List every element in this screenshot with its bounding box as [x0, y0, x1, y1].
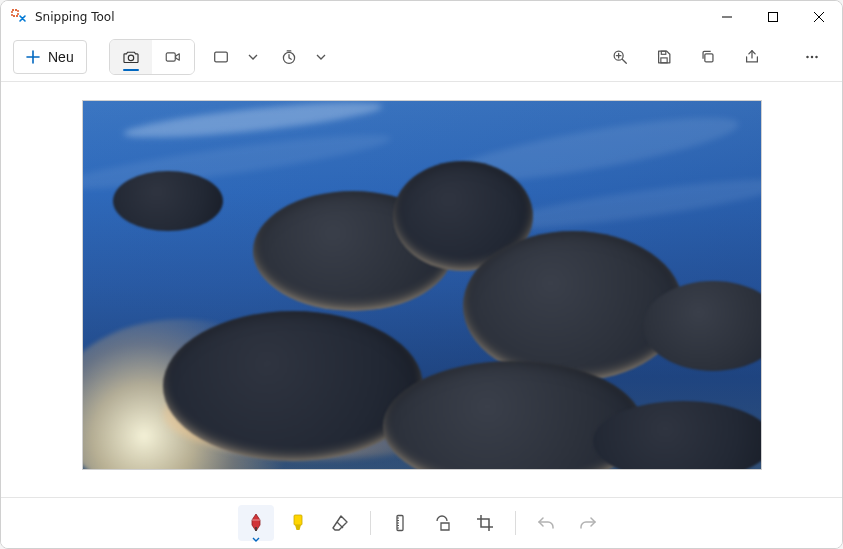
new-button-label: Neu — [48, 49, 74, 65]
snip-mode-video[interactable] — [152, 40, 194, 74]
video-icon — [164, 48, 182, 66]
minimize-button[interactable] — [704, 1, 750, 33]
chevron-down-icon — [316, 52, 326, 62]
separator — [515, 511, 516, 535]
svg-point-11 — [811, 56, 814, 59]
app-window: Snipping Tool Neu — [0, 0, 843, 549]
eraser-icon — [330, 513, 350, 533]
svg-point-12 — [815, 56, 818, 59]
minimize-icon — [722, 12, 732, 22]
pen-icon — [247, 513, 265, 533]
svg-rect-13 — [294, 515, 302, 525]
crop-icon — [475, 513, 495, 533]
delay-button[interactable] — [271, 40, 307, 74]
plus-icon — [26, 50, 40, 64]
titlebar: Snipping Tool — [1, 1, 842, 33]
redo-icon — [578, 513, 598, 533]
highlighter-icon — [289, 513, 307, 533]
new-button[interactable]: Neu — [13, 40, 87, 74]
share-button[interactable] — [734, 40, 770, 74]
app-icon — [11, 9, 27, 25]
share-icon — [743, 48, 761, 66]
copy-icon — [699, 48, 717, 66]
more-button[interactable] — [794, 40, 830, 74]
snip-mode-photo[interactable] — [110, 40, 152, 74]
app-title: Snipping Tool — [35, 10, 114, 24]
shapes-icon — [433, 513, 453, 533]
eraser-tool[interactable] — [322, 505, 358, 541]
capture-mode-group — [109, 39, 195, 75]
maximize-button[interactable] — [750, 1, 796, 33]
camera-icon — [122, 48, 140, 66]
maximize-icon — [768, 12, 778, 22]
save-icon — [655, 48, 673, 66]
svg-rect-9 — [705, 54, 713, 62]
chevron-down-icon — [252, 537, 260, 543]
canvas-area — [1, 82, 842, 497]
zoom-icon — [611, 48, 629, 66]
close-icon — [814, 12, 824, 22]
save-button[interactable] — [646, 40, 682, 74]
svg-rect-0 — [12, 10, 18, 16]
title-left: Snipping Tool — [11, 9, 114, 25]
snip-shape-button[interactable] — [203, 40, 239, 74]
shapes-tool[interactable] — [425, 505, 461, 541]
snip-mode-icon — [212, 48, 230, 66]
toolbar-top: Neu — [1, 33, 842, 82]
more-icon — [803, 48, 821, 66]
redo-button[interactable] — [570, 505, 606, 541]
svg-rect-1 — [769, 13, 778, 22]
highlighter-tool[interactable] — [280, 505, 316, 541]
snip-shape-dropdown[interactable] — [243, 40, 263, 74]
zoom-button[interactable] — [602, 40, 638, 74]
crop-tool[interactable] — [467, 505, 503, 541]
captured-image[interactable] — [82, 100, 762, 470]
delay-dropdown[interactable] — [311, 40, 331, 74]
svg-point-2 — [128, 55, 133, 60]
svg-rect-7 — [661, 58, 667, 63]
undo-icon — [536, 513, 556, 533]
svg-rect-4 — [214, 52, 227, 62]
svg-rect-3 — [166, 53, 175, 61]
svg-rect-8 — [661, 51, 666, 54]
close-button[interactable] — [796, 1, 842, 33]
separator — [370, 511, 371, 535]
copy-button[interactable] — [690, 40, 726, 74]
chevron-down-icon — [248, 52, 258, 62]
ruler-tool[interactable] — [383, 505, 419, 541]
ruler-icon — [391, 513, 411, 533]
toolbar-left: Neu — [13, 39, 331, 75]
delay-control — [271, 40, 331, 74]
toolbar-right — [602, 40, 830, 74]
undo-button[interactable] — [528, 505, 564, 541]
snip-shape-control — [203, 40, 263, 74]
delay-icon — [280, 48, 298, 66]
toolbar-bottom — [1, 497, 842, 548]
svg-point-10 — [806, 56, 809, 59]
pen-tool[interactable] — [238, 505, 274, 541]
window-controls — [704, 1, 842, 33]
